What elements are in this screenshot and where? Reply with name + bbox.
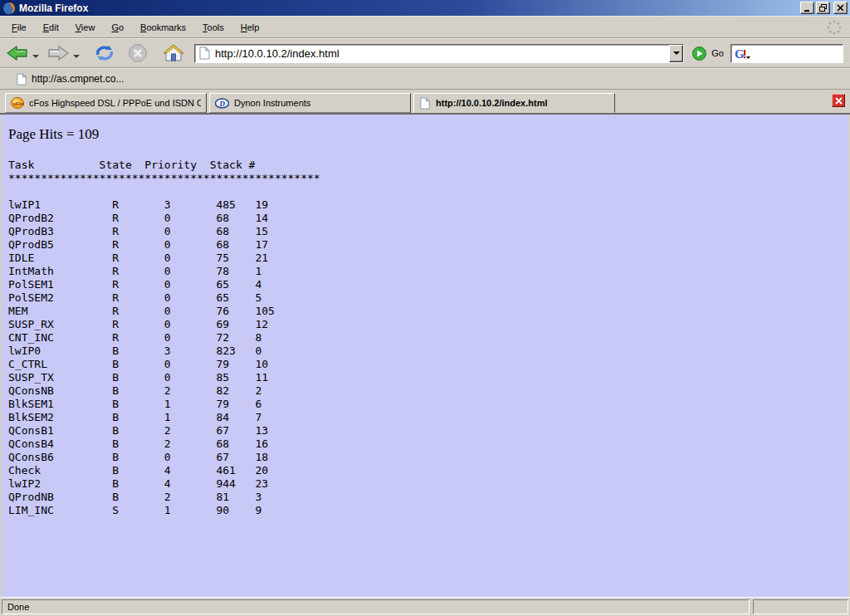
address-dropdown-caret [673, 51, 680, 55]
tab-label: cFos Highspeed DSL / PPPoE und ISDN CAP.… [29, 98, 201, 108]
address-bar[interactable] [194, 44, 684, 63]
bookmark-item[interactable]: http://as.cmpnet.co... [7, 71, 129, 87]
status-text: Done [7, 602, 29, 612]
menu-item-edit[interactable]: Edit [35, 20, 67, 35]
svg-text:cFos: cFos [13, 101, 24, 106]
status-panel-secondary [753, 599, 848, 614]
back-icon [7, 45, 28, 61]
cfos-icon: cFos [11, 97, 24, 109]
menu-item-tools[interactable]: Tools [194, 20, 232, 35]
page-icon [419, 97, 431, 110]
page-hits-text: Page Hits = 109 [8, 126, 848, 143]
minimize-icon [804, 4, 811, 12]
address-input[interactable] [215, 46, 669, 61]
close-window-button[interactable] [833, 2, 848, 14]
go-icon [692, 46, 706, 61]
status-panel-main: Done [2, 599, 750, 614]
page-icon [16, 73, 27, 86]
address-dropdown-button[interactable] [669, 45, 683, 62]
stop-button[interactable] [126, 42, 149, 65]
bookmarks-toolbar: http://as.cmpnet.co... [0, 68, 850, 90]
minimize-button[interactable] [800, 2, 814, 14]
go-button-label: Go [711, 48, 724, 58]
tab-cfos[interactable]: cFos cFos Highspeed DSL / PPPoE und ISDN… [5, 93, 207, 113]
stop-icon [128, 43, 148, 63]
tab-bar: cFos cFos Highspeed DSL / PPPoE und ISDN… [0, 90, 850, 115]
close-tab-icon [835, 97, 843, 105]
tab-index-html[interactable]: http://10.0.10.2/index.html [413, 93, 615, 113]
throbber-icon [825, 18, 843, 37]
google-icon[interactable]: G [734, 46, 752, 61]
page-content: Page Hits = 109 Task State Priority Stac… [0, 115, 850, 597]
tab-label: Dynon Instruments [234, 98, 310, 108]
forward-button[interactable] [46, 43, 71, 63]
home-button[interactable] [161, 42, 186, 65]
restore-icon [819, 4, 827, 12]
menu-item-view[interactable]: View [67, 20, 104, 35]
menu-item-file[interactable]: File [3, 20, 35, 35]
dynon-icon: D [215, 98, 229, 109]
tab-label: http://10.0.10.2/index.html [436, 98, 547, 108]
home-icon [163, 43, 184, 63]
back-button[interactable] [5, 43, 30, 63]
reload-button[interactable] [93, 42, 116, 64]
task-table: Task State Priority Stack # ************… [8, 159, 848, 517]
firefox-logo-icon [2, 2, 16, 15]
window-title: Mozilla Firefox [19, 2, 799, 14]
go-button[interactable]: Go [692, 46, 724, 61]
browser-window: Mozilla Firefox FileEditViewGoBookmarksT… [0, 0, 850, 616]
search-input[interactable] [752, 47, 843, 59]
svg-text:D: D [219, 100, 226, 108]
close-tab-button[interactable] [832, 94, 845, 107]
forward-dropdown-caret[interactable] [73, 55, 80, 58]
status-bar: Done [0, 597, 850, 616]
page-icon [198, 46, 211, 60]
restore-button[interactable] [816, 2, 830, 14]
svg-text:G: G [735, 47, 745, 61]
title-bar: Mozilla Firefox [0, 0, 850, 16]
menu-bar: FileEditViewGoBookmarksToolsHelp [0, 16, 850, 38]
bookmark-label: http://as.cmpnet.co... [32, 73, 124, 85]
forward-icon [47, 45, 69, 61]
navigation-toolbar: Go G [0, 38, 850, 68]
close-icon [837, 4, 844, 12]
tab-dynon[interactable]: D Dynon Instruments [209, 93, 411, 113]
menu-bar-items: FileEditViewGoBookmarksToolsHelp [3, 20, 267, 35]
search-box[interactable]: G [730, 44, 843, 63]
menu-item-bookmarks[interactable]: Bookmarks [132, 20, 194, 35]
back-dropdown-caret[interactable] [32, 55, 39, 58]
menu-item-help[interactable]: Help [232, 20, 268, 35]
reload-icon [95, 44, 115, 62]
menu-item-go[interactable]: Go [103, 20, 132, 35]
